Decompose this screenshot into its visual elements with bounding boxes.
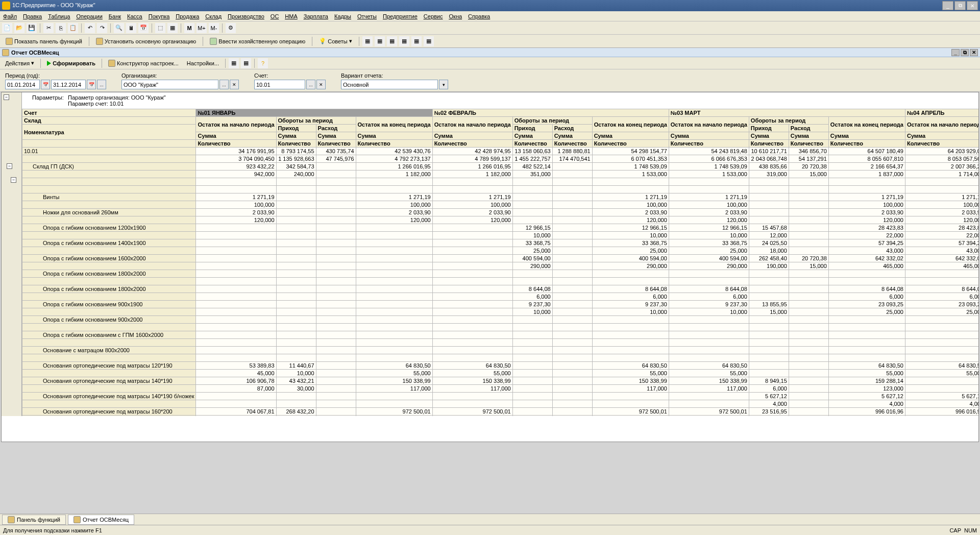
advice-button[interactable]: 💡Советы ▾: [315, 36, 355, 46]
params-box: Параметры:Параметр организация: ООО "Кур…: [22, 92, 978, 109]
mode2-icon[interactable]: ▦: [167, 23, 178, 33]
menu-Сервис[interactable]: Сервис: [424, 13, 443, 19]
report-area: − − − Параметры:Параметр организация: ОО…: [1, 92, 979, 442]
tool1-icon[interactable]: ▦: [362, 36, 373, 46]
tool3-icon[interactable]: ▦: [387, 36, 397, 46]
menu-Касса[interactable]: Касса: [127, 13, 142, 19]
report-table: Счет№01 ЯНВАРЬ№02 ФЕВРАЛЬ№03 МАРТ№04 АПР…: [22, 109, 978, 416]
acct-ellipsis[interactable]: ...: [306, 80, 315, 89]
calc-icon[interactable]: 🖩: [126, 23, 136, 33]
menu-Зарплата[interactable]: Зарплата: [304, 13, 328, 19]
acct-label: Счет:: [254, 72, 326, 79]
actions-dropdown[interactable]: Действия ▾: [2, 59, 37, 67]
period-ellipsis[interactable]: ...: [97, 80, 106, 89]
task-tabs: Панель функций Отчет ОСВМесяц: [0, 514, 980, 525]
menu-Правка[interactable]: Правка: [23, 13, 42, 19]
settings-button[interactable]: Настройки...: [184, 59, 222, 67]
set-org-button[interactable]: Установить основную организацию: [92, 36, 200, 46]
status-bar: Для получения подсказки нажмите F1 CAP N…: [0, 525, 980, 535]
tab-report[interactable]: Отчет ОСВМесяц: [68, 515, 134, 525]
help-icon[interactable]: ?: [258, 58, 268, 68]
redo-icon[interactable]: ↷: [97, 23, 107, 33]
tab-panel[interactable]: Панель функций: [2, 515, 66, 525]
status-hint: Для получения подсказки нажмите F1: [3, 527, 102, 533]
doc-tool1-icon[interactable]: ▦: [229, 58, 239, 68]
menu-Кадры[interactable]: Кадры: [334, 13, 351, 19]
menu-Операции[interactable]: Операции: [76, 13, 102, 19]
menu-Справка[interactable]: Справка: [468, 13, 490, 19]
title-bar: 1C:Предприятие - ООО "Кураж" _ ⧉ ✕: [0, 0, 980, 11]
doc-tool2-icon[interactable]: ▦: [241, 58, 251, 68]
menu-Таблица[interactable]: Таблица: [48, 13, 70, 19]
menu-Предприятие[interactable]: Предприятие: [383, 13, 418, 19]
calendar-icon[interactable]: 📅: [138, 23, 149, 33]
cut-icon[interactable]: ✂: [43, 23, 54, 33]
org-clear[interactable]: ✕: [230, 80, 239, 89]
period-label: Период (год):: [5, 72, 106, 79]
tool5-icon[interactable]: ▦: [411, 36, 422, 46]
copy-icon[interactable]: ⎘: [56, 23, 66, 33]
report-scroll[interactable]: Параметры:Параметр организация: ООО "Кур…: [22, 92, 978, 416]
save-icon[interactable]: 💾: [27, 23, 37, 33]
variant-input[interactable]: [341, 80, 438, 89]
acct-input[interactable]: [254, 80, 305, 89]
doc-minimize[interactable]: _: [951, 49, 960, 56]
constructor-button[interactable]: Конструктор настроек...: [105, 59, 182, 68]
menu-Покупка[interactable]: Покупка: [149, 13, 170, 19]
doc-title: Отчет ОСВМесяц: [11, 50, 59, 56]
paste-icon[interactable]: 📋: [68, 23, 78, 33]
tool4-icon[interactable]: ▦: [399, 36, 409, 46]
form-button[interactable]: Сформировать: [44, 59, 99, 67]
secondary-toolbar: Показать панель функций Установить основ…: [0, 35, 980, 48]
variant-label: Вариант отчета:: [341, 72, 448, 79]
undo-icon[interactable]: ↶: [85, 23, 95, 33]
date-to-picker[interactable]: 📅: [87, 80, 96, 89]
date-from-picker[interactable]: 📅: [41, 80, 50, 89]
menu-Продажа[interactable]: Продажа: [176, 13, 199, 19]
tool-icon[interactable]: ⚙: [226, 23, 236, 33]
enter-op-button[interactable]: Ввести хозяйственную операцию: [206, 36, 309, 46]
menu-Склад[interactable]: Склад: [205, 13, 222, 19]
minimize-button[interactable]: _: [942, 1, 953, 10]
app-title: 1C:Предприятие - ООО "Кураж": [12, 2, 95, 8]
new-icon[interactable]: 📄: [2, 23, 12, 33]
tool6-icon[interactable]: ▦: [424, 36, 434, 46]
filter-form: Период (год): 📅 📅 ... Организация: ... ✕…: [0, 69, 980, 92]
menu-НМА[interactable]: НМА: [285, 13, 297, 19]
menu-Файл[interactable]: Файл: [3, 13, 17, 19]
menu-Отчеты[interactable]: Отчеты: [357, 13, 377, 19]
menu-ОС[interactable]: ОС: [271, 13, 279, 19]
play-icon: [47, 61, 51, 66]
document-title-bar: Отчет ОСВМесяц _ ⧉ ✕: [0, 48, 980, 57]
menu-Окна[interactable]: Окна: [449, 13, 462, 19]
collapse-root[interactable]: −: [4, 94, 9, 100]
collapse-l2[interactable]: −: [11, 177, 16, 183]
org-input[interactable]: [121, 80, 218, 89]
m-bold[interactable]: M: [184, 23, 194, 33]
date-to-input[interactable]: [51, 80, 86, 89]
variant-dropdown[interactable]: ▾: [439, 80, 448, 89]
show-panel-button[interactable]: Показать панель функций: [2, 36, 86, 46]
date-from-input[interactable]: [5, 80, 40, 89]
tree-gutter: − − −: [2, 92, 22, 416]
doc-close[interactable]: ✕: [970, 49, 978, 56]
org-label: Организация:: [121, 72, 239, 79]
close-button[interactable]: ✕: [967, 1, 978, 10]
org-ellipsis[interactable]: ...: [219, 80, 229, 89]
menu-Производство[interactable]: Производство: [228, 13, 264, 19]
doc-icon: [2, 49, 9, 56]
status-cap: CAP: [949, 527, 961, 533]
restore-button[interactable]: ⧉: [954, 1, 966, 10]
mode-icon[interactable]: ⬚: [155, 23, 165, 33]
acct-clear[interactable]: ✕: [316, 80, 326, 89]
menu-Банк[interactable]: Банк: [109, 13, 121, 19]
document-toolbar: Действия ▾ Сформировать Конструктор наст…: [0, 57, 980, 69]
collapse-l1[interactable]: −: [7, 163, 12, 169]
find-icon[interactable]: 🔍: [114, 23, 124, 33]
doc-restore[interactable]: ⧉: [961, 49, 969, 56]
main-toolbar: 📄 📂 💾 ✂ ⎘ 📋 ↶ ↷ 🔍 🖩 📅 ⬚ ▦ M M+ M- ⚙: [0, 21, 980, 35]
open-icon[interactable]: 📂: [14, 23, 24, 33]
m-plus[interactable]: M+: [197, 23, 207, 33]
m-minus[interactable]: M-: [209, 23, 219, 33]
tool2-icon[interactable]: ▦: [375, 36, 385, 46]
